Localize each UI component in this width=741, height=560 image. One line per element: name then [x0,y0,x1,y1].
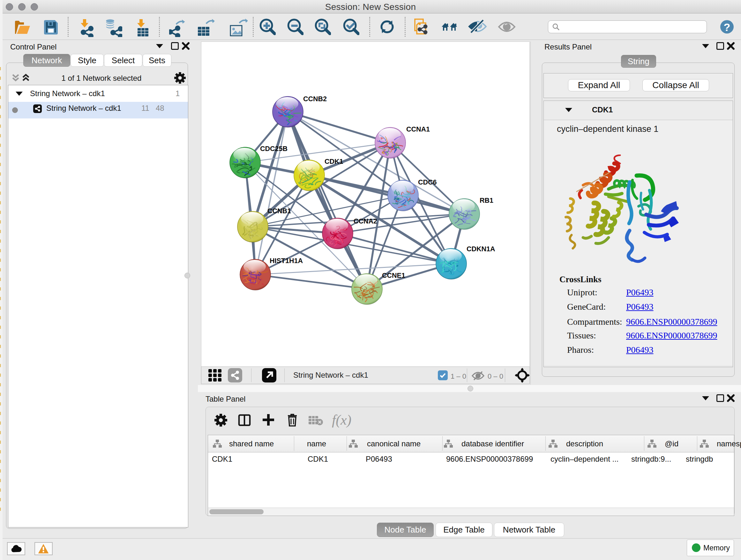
svg-text:CDC25B: CDC25B [260,145,287,152]
svg-text:CCNB1: CCNB1 [267,207,291,215]
svg-text:CCNB2: CCNB2 [303,95,327,103]
svg-text:CCNA1: CCNA1 [406,125,430,133]
svg-text:CCNA2: CCNA2 [354,217,377,225]
svg-text:CDKN1A: CDKN1A [467,245,495,253]
svg-text:CCNE1: CCNE1 [382,272,405,279]
svg-text:CDK1: CDK1 [325,158,343,165]
svg-text:RB1: RB1 [480,197,493,204]
svg-text:HIST1H1A: HIST1H1A [270,257,303,265]
svg-text:CDC6: CDC6 [418,179,437,186]
